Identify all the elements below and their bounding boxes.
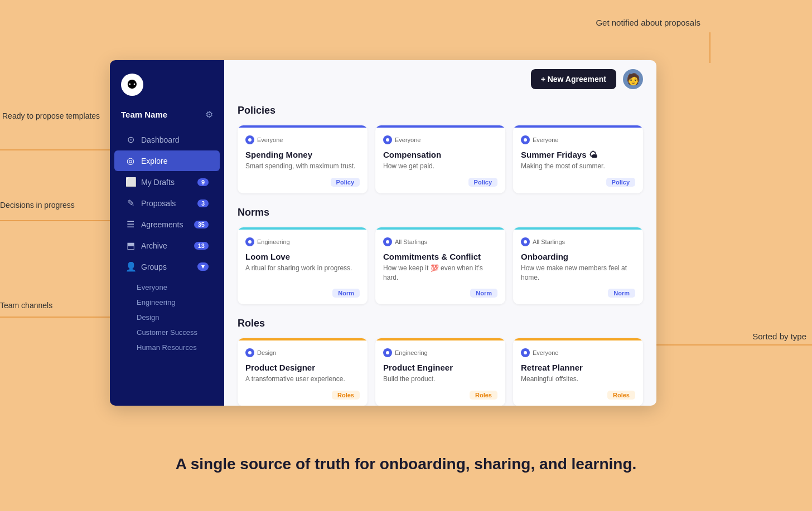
card-group-row: Engineering	[383, 348, 497, 357]
my-drafts-label: My Drafts	[141, 178, 192, 187]
new-agreement-button[interactable]: + New Agreement	[531, 69, 616, 89]
group-item-customer-success[interactable]: Customer Success	[110, 325, 224, 340]
card-group-name: Everyone	[395, 137, 420, 143]
card-group-name: Everyone	[257, 137, 283, 143]
card-2-2[interactable]: EveryoneRetreat PlannerMeaningful offsit…	[513, 338, 643, 406]
sorted-annotation: Sorted by type	[752, 332, 806, 341]
group-item-human-resources[interactable]: Human Resources	[110, 340, 224, 355]
card-0-1[interactable]: EveryoneCompensationHow we get paid.Poli…	[375, 125, 505, 193]
top-bar: + New Agreement 🧑	[224, 60, 656, 98]
card-footer: Norm	[238, 289, 368, 304]
my-drafts-badge: 9	[197, 178, 209, 186]
card-footer: Policy	[375, 178, 505, 193]
groups-badge: ▾	[197, 262, 209, 271]
proposals-label: Proposals	[141, 199, 192, 208]
card-0-2[interactable]: EveryoneSummer Fridays 🌤Making the most …	[513, 125, 643, 193]
explore-icon: ◎	[125, 155, 136, 166]
card-title: Spending Money	[245, 150, 360, 159]
card-title: Retreat Planner	[521, 363, 635, 372]
card-group-row: Everyone	[521, 135, 635, 144]
card-group-row: All Starlings	[521, 237, 635, 246]
card-footer: Roles	[375, 391, 505, 406]
cards-grid-2: DesignProduct DesignerA transformative u…	[238, 338, 643, 406]
card-type-badge: Norm	[608, 289, 635, 298]
app-window: ⚉ Team Name ⚙ ⊙Dashboard◎Explore⬜My Draf…	[110, 60, 656, 406]
group-dot	[383, 237, 392, 246]
card-group-row: Everyone	[245, 135, 360, 144]
group-item-engineering[interactable]: Engineering	[110, 295, 224, 310]
card-desc: How we make new members feel at home.	[521, 264, 635, 283]
card-group-row: All Starlings	[383, 237, 497, 246]
sidebar-item-proposals[interactable]: ✎Proposals3	[114, 193, 220, 213]
content-area: PoliciesEveryoneSpending MoneySmart spen…	[224, 98, 656, 406]
gear-icon[interactable]: ⚙	[205, 109, 213, 120]
notify-line	[709, 32, 710, 63]
card-desc: Build the product.	[383, 374, 497, 384]
card-type-badge: Roles	[332, 391, 360, 400]
card-body: EngineeringProduct EngineerBuild the pro…	[375, 340, 505, 391]
card-body: EngineeringLoom LoveA ritual for sharing…	[238, 230, 368, 289]
card-1-2[interactable]: All StarlingsOnboardingHow we make new m…	[513, 227, 643, 305]
card-title: Product Designer	[245, 363, 360, 372]
groups-label: Groups	[141, 262, 192, 271]
sidebar-item-explore[interactable]: ◎Explore	[114, 150, 220, 171]
archive-label: Archive	[141, 241, 188, 250]
card-group-name: Engineering	[257, 239, 290, 245]
card-body: EveryoneSummer Fridays 🌤Making the most …	[513, 128, 643, 178]
card-footer: Policy	[513, 178, 643, 193]
section-title-0: Policies	[238, 105, 643, 116]
sorted-line	[645, 344, 812, 345]
groups-section: EveryoneEngineeringDesignCustomer Succes…	[110, 280, 224, 355]
sidebar-item-dashboard[interactable]: ⊙Dashboard	[114, 129, 220, 150]
group-item-design[interactable]: Design	[110, 310, 224, 325]
ready-annotation: Ready to propose templates	[2, 111, 114, 120]
main-content: + New Agreement 🧑 PoliciesEveryoneSpendi…	[224, 60, 656, 406]
card-type-badge: Policy	[468, 178, 497, 187]
card-type-badge: Policy	[606, 178, 635, 187]
cards-grid-0: EveryoneSpending MoneySmart spending, wi…	[238, 125, 643, 193]
group-dot	[521, 237, 530, 246]
card-body: EveryoneSpending MoneySmart spending, wi…	[238, 128, 368, 178]
card-group-name: Engineering	[395, 349, 428, 356]
sidebar-item-my-drafts[interactable]: ⬜My Drafts9	[114, 172, 220, 192]
sidebar-item-agreements[interactable]: ☰Agreements35	[114, 214, 220, 235]
group-dot	[521, 135, 530, 144]
archive-icon: ⬒	[125, 240, 136, 251]
tagline: A single source of truth for onboarding,…	[0, 455, 812, 473]
agreements-badge: 35	[194, 221, 209, 228]
team-name-row: Team Name ⚙	[110, 105, 224, 129]
avatar: 🧑	[623, 69, 643, 89]
group-dot	[245, 348, 254, 357]
agreements-icon: ☰	[125, 219, 136, 230]
cards-grid-1: EngineeringLoom LoveA ritual for sharing…	[238, 227, 643, 305]
card-group-row: Engineering	[245, 237, 360, 246]
card-2-1[interactable]: EngineeringProduct EngineerBuild the pro…	[375, 338, 505, 406]
card-title: Commitments & Conflict	[383, 252, 497, 261]
card-title: Loom Love	[245, 252, 360, 261]
card-type-badge: Roles	[470, 391, 497, 400]
card-group-name: Everyone	[533, 137, 558, 143]
nav-list: ⊙Dashboard◎Explore⬜My Drafts9✎Proposals3…	[110, 129, 224, 278]
card-footer: Roles	[513, 391, 643, 406]
card-desc: Smart spending, with maximum trust.	[245, 162, 360, 171]
card-title: Summer Fridays 🌤	[521, 150, 635, 159]
card-1-0[interactable]: EngineeringLoom LoveA ritual for sharing…	[238, 227, 368, 305]
card-footer: Norm	[375, 289, 505, 304]
card-desc: Meaningful offsites.	[521, 374, 635, 384]
notify-annotation: Get notified about proposals	[596, 18, 700, 27]
card-type-badge: Norm	[332, 289, 360, 298]
ready-line	[0, 149, 117, 150]
group-item-everyone[interactable]: Everyone	[110, 280, 224, 295]
team-name: Team Name	[121, 110, 167, 119]
sidebar-item-archive[interactable]: ⬒Archive13	[114, 235, 220, 256]
card-2-0[interactable]: DesignProduct DesignerA transformative u…	[238, 338, 368, 406]
dashboard-icon: ⊙	[125, 134, 136, 145]
card-title: Onboarding	[521, 252, 635, 261]
card-0-0[interactable]: EveryoneSpending MoneySmart spending, wi…	[238, 125, 368, 193]
card-group-row: Everyone	[521, 348, 635, 357]
card-body: All StarlingsCommitments & ConflictHow w…	[375, 230, 505, 289]
sidebar-item-groups[interactable]: 👤Groups▾	[114, 256, 220, 277]
card-1-1[interactable]: All StarlingsCommitments & ConflictHow w…	[375, 227, 505, 305]
card-body: All StarlingsOnboardingHow we make new m…	[513, 230, 643, 289]
decisions-line	[0, 220, 123, 221]
